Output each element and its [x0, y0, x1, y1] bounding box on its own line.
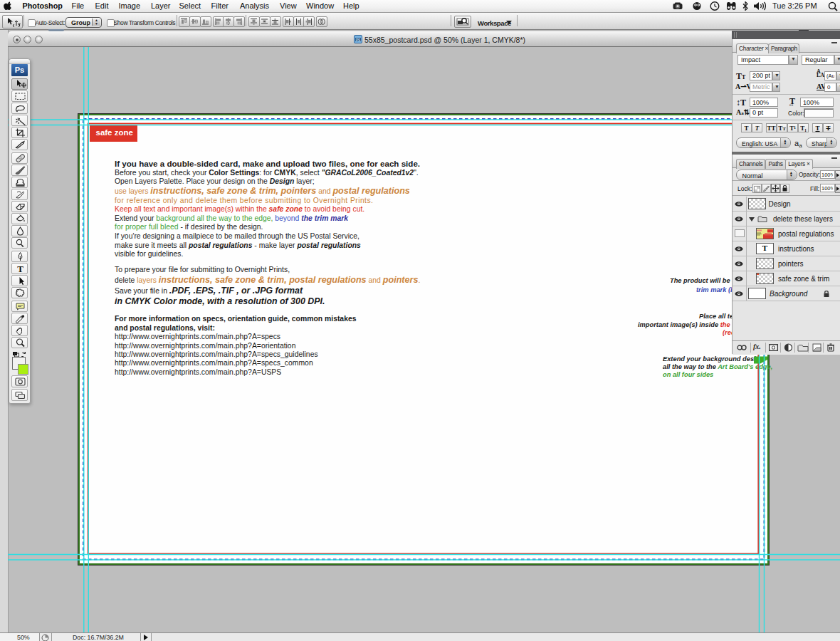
svg-text:PS: PS: [356, 38, 360, 42]
svg-text:T: T: [17, 264, 23, 273]
